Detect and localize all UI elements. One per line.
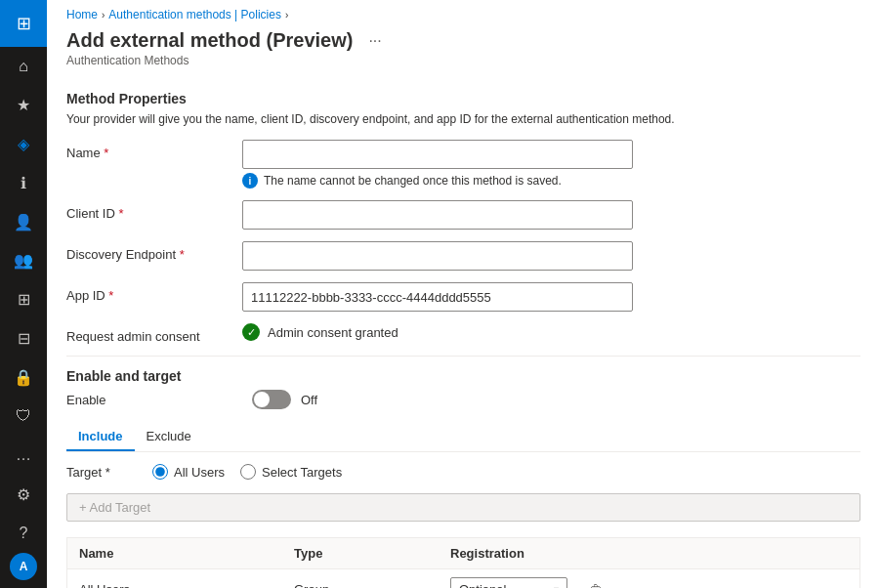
- app-id-required: *: [108, 288, 113, 303]
- name-field-wrap: i The name cannot be changed once this m…: [242, 140, 633, 189]
- method-properties-desc: Your provider will give you the name, cl…: [66, 112, 860, 126]
- sidebar-item-lock[interactable]: 🔒: [0, 358, 47, 398]
- radio-select-targets-label: Select Targets: [262, 465, 342, 480]
- client-id-required: *: [118, 206, 123, 221]
- table-header: Name Type Registration: [67, 538, 859, 569]
- sidebar-top-icon[interactable]: ⊞: [0, 0, 47, 47]
- app-id-field-wrap: 11112222-bbbb-3333-cccc-4444dddd5555: [242, 282, 633, 312]
- consent-field-wrap: ✓ Admin consent granted: [242, 323, 633, 341]
- discovery-endpoint-field-wrap: [242, 241, 633, 271]
- chevron-down-icon: ▾: [554, 584, 559, 588]
- radio-select-targets[interactable]: Select Targets: [240, 464, 342, 480]
- discovery-endpoint-input[interactable]: [242, 241, 633, 271]
- consent-status-row: ✓ Admin consent granted: [242, 323, 633, 341]
- breadcrumb-sep1: ›: [102, 10, 105, 21]
- name-input[interactable]: [242, 140, 633, 169]
- enable-and-target-title: Enable and target: [66, 368, 860, 384]
- sidebar-item-users[interactable]: 👤: [0, 202, 47, 241]
- info-icon: i: [242, 173, 258, 189]
- col-header-registration: Registration: [450, 546, 848, 561]
- include-exclude-tabs: Include Exclude: [66, 423, 860, 452]
- app-id-row: App ID * 11112222-bbbb-3333-cccc-4444ddd…: [66, 282, 860, 312]
- add-target-button[interactable]: + Add Target: [66, 493, 860, 522]
- name-info-msg: i The name cannot be changed once this m…: [242, 173, 633, 189]
- avatar[interactable]: A: [10, 553, 37, 580]
- sidebar: ⊞ ⌂ ★ ◈ ℹ 👤 👥 ⊞ ⊟ 🔒 🛡 … ⚙ ? A: [0, 0, 47, 588]
- name-label: Name *: [66, 140, 242, 160]
- enable-toggle[interactable]: [252, 390, 291, 409]
- sidebar-item-directory[interactable]: ⊟: [0, 319, 47, 358]
- breadcrumb-sep2: ›: [285, 10, 288, 21]
- target-row: Target * All Users Select Targets: [66, 464, 860, 480]
- azure-logo-icon: ⊞: [17, 13, 31, 34]
- registration-value: Optional: [459, 582, 506, 588]
- sidebar-item-more[interactable]: …: [0, 436, 47, 475]
- sidebar-item-azure-ad[interactable]: ◈: [0, 125, 47, 164]
- client-id-input[interactable]: [242, 200, 633, 230]
- client-id-label: Client ID *: [66, 200, 242, 221]
- sidebar-item-settings[interactable]: ⚙: [0, 475, 47, 514]
- app-id-input[interactable]: 11112222-bbbb-3333-cccc-4444dddd5555: [242, 282, 633, 312]
- breadcrumb: Home › Authentication methods | Policies…: [47, 0, 880, 25]
- discovery-endpoint-label: Discovery Endpoint *: [66, 241, 242, 262]
- sidebar-item-apps[interactable]: ⊞: [0, 280, 47, 319]
- col-header-type: Type: [294, 546, 450, 561]
- row-name: All Users: [79, 582, 294, 588]
- target-label: Target *: [66, 465, 145, 480]
- row-type: Group: [294, 582, 450, 588]
- enable-label: Enable: [66, 393, 242, 407]
- tab-include[interactable]: Include: [66, 423, 135, 451]
- consent-status-text: Admin consent granted: [268, 325, 398, 340]
- client-id-row: Client ID *: [66, 200, 860, 230]
- sidebar-bottom: ⚙ ? A: [0, 475, 47, 588]
- delete-row-button[interactable]: 🗑: [589, 582, 603, 589]
- radio-all-users[interactable]: All Users: [152, 464, 225, 480]
- toggle-state-label: Off: [301, 393, 317, 407]
- sidebar-item-shield[interactable]: 🛡: [0, 397, 47, 436]
- radio-all-users-input[interactable]: [152, 464, 168, 480]
- sidebar-item-groups[interactable]: 👥: [0, 241, 47, 280]
- content-area: Method Properties Your provider will giv…: [47, 71, 880, 588]
- discovery-endpoint-row: Discovery Endpoint *: [66, 241, 860, 271]
- page-title: Add external method (Preview): [66, 29, 353, 52]
- page-header: Add external method (Preview) ··· Authen…: [47, 25, 880, 71]
- sidebar-item-feedback[interactable]: ?: [0, 514, 47, 553]
- app-id-label: App ID *: [66, 282, 242, 303]
- radio-select-targets-input[interactable]: [240, 464, 256, 480]
- toggle-knob: [254, 392, 270, 407]
- method-properties-title: Method Properties: [66, 91, 860, 106]
- name-row: Name * i The name cannot be changed once…: [66, 140, 860, 189]
- consent-row: Request admin consent ✓ Admin consent gr…: [66, 323, 860, 344]
- client-id-field-wrap: [242, 200, 633, 230]
- col-header-name: Name: [79, 546, 294, 561]
- enable-toggle-row: Enable Off: [66, 390, 860, 409]
- main-content: Home › Authentication methods | Policies…: [47, 0, 880, 588]
- breadcrumb-policy[interactable]: Authentication methods | Policies: [108, 8, 281, 21]
- consent-label: Request admin consent: [66, 323, 242, 344]
- target-radio-group: All Users Select Targets: [152, 464, 342, 480]
- targets-table: Name Type Registration All Users Group O…: [66, 537, 860, 588]
- name-required: *: [104, 146, 108, 160]
- registration-dropdown[interactable]: Optional ▾: [450, 577, 567, 588]
- more-options-button[interactable]: ···: [362, 30, 387, 52]
- radio-all-users-label: All Users: [174, 465, 225, 480]
- sidebar-item-info[interactable]: ℹ: [0, 163, 47, 202]
- sidebar-item-home[interactable]: ⌂: [0, 47, 47, 86]
- tab-exclude[interactable]: Exclude: [135, 423, 203, 451]
- breadcrumb-home[interactable]: Home: [66, 8, 98, 21]
- section-divider: [66, 356, 860, 357]
- discovery-endpoint-required: *: [180, 247, 185, 262]
- name-info-text: The name cannot be changed once this met…: [264, 174, 562, 188]
- table-row: All Users Group Optional ▾ 🗑: [67, 569, 859, 588]
- row-registration: Optional ▾ 🗑: [450, 577, 848, 588]
- sidebar-item-favorites[interactable]: ★: [0, 86, 47, 125]
- consent-check-icon: ✓: [242, 323, 260, 341]
- page-subtitle: Authentication Methods: [66, 54, 189, 67]
